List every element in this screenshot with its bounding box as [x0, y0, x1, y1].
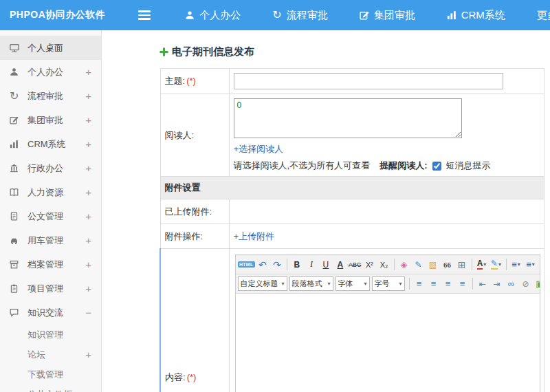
nav-workflow-approval[interactable]: ↻ 流程审批	[272, 9, 327, 22]
desktop-icon	[10, 43, 21, 53]
outdent-button[interactable]: ⇤	[476, 276, 490, 291]
sidebar-item-project-mgmt[interactable]: 项目管理 +	[0, 276, 101, 301]
sms-notify-label: 短消息提示	[446, 160, 490, 172]
sidebar-item-personal-office[interactable]: 个人办公 +	[0, 60, 101, 84]
blockquote-button[interactable]: 66	[441, 257, 454, 272]
main-content: 电子期刊信息发布 主题:(*) 阅读人: 0 +选择阅读人 请选择阅读人,不选为…	[102, 30, 550, 392]
unlink-button[interactable]: ⊘	[519, 276, 533, 291]
insert-link-button[interactable]: ∞	[505, 276, 518, 291]
sidebar-item-archive-mgmt[interactable]: 档案管理 +	[0, 252, 101, 276]
expand-icon[interactable]: +	[85, 114, 91, 126]
workflow-icon: ↻	[272, 10, 281, 21]
edit-icon	[360, 10, 369, 20]
select-readers-link[interactable]: +选择阅读人	[234, 144, 284, 154]
publish-form-table: 主题:(*) 阅读人: 0 +选择阅读人 请选择阅读人,不选为所有人可查看 提醒…	[160, 68, 544, 392]
top-header: PHPOA协同办公软件 个人办公 ↻ 流程审批 集团审批 CRM系统 更多应用	[0, 0, 550, 30]
sidebar-item-admin-office[interactable]: 行政办公 +	[0, 156, 101, 180]
heading-select[interactable]: 自定义标题▾	[238, 276, 287, 291]
sidebar-subitem-download-mgmt[interactable]: 下载管理	[0, 364, 101, 384]
unordered-list-button[interactable]: ≡▾	[509, 257, 523, 272]
archive-box-icon	[10, 260, 21, 269]
undo-button[interactable]: ↶	[256, 257, 270, 272]
align-center-button[interactable]: ≡	[427, 276, 441, 291]
expand-icon[interactable]: +	[85, 283, 91, 294]
collapse-icon[interactable]: −	[85, 307, 91, 318]
subject-input[interactable]	[234, 73, 503, 89]
editor-toolbar-row2: 自定义标题▾ 段落格式▾ 字体▾ 字号▾ ≡ ≡ ≡ ≡ ⇤ ⇥ ∞ ⊘	[236, 274, 540, 294]
content-label: 内容:(*)	[160, 249, 229, 392]
editor-content-area[interactable]	[236, 294, 540, 392]
attachment-operation-label: 附件操作:	[160, 224, 229, 249]
bold-button[interactable]: B	[290, 257, 304, 272]
align-left-button[interactable]: ≡	[412, 276, 426, 291]
font-color-button[interactable]: A▾	[475, 257, 489, 272]
superscript-button[interactable]: X²	[363, 257, 377, 272]
app-title: PHPOA协同办公软件	[10, 9, 105, 21]
nav-group-approval[interactable]: 集团审批	[360, 9, 415, 22]
sidebar-subitem-forum[interactable]: 论坛 +	[0, 345, 101, 364]
fill-color-button[interactable]: ▨	[426, 257, 440, 272]
expand-icon[interactable]: +	[85, 349, 91, 360]
nav-more-apps[interactable]: 更多应用 ▾	[537, 9, 550, 22]
person-icon	[10, 67, 21, 76]
sidebar-item-crm[interactable]: CRM系统 +	[0, 132, 101, 156]
readers-hint: 请选择阅读人,不选为所有人可查看	[234, 160, 371, 172]
html-source-button[interactable]: HTML	[238, 257, 255, 272]
bar-chart-icon	[10, 140, 21, 149]
insert-image-button[interactable]: ▣	[534, 276, 540, 291]
sidebar-item-knowledge-exchange[interactable]: 知识交流 −	[0, 301, 101, 325]
sidebar-item-hr[interactable]: 人力资源 +	[0, 180, 101, 204]
sidebar-item-group-approval[interactable]: 集团审批 +	[0, 108, 101, 132]
expand-icon[interactable]: +	[85, 162, 91, 174]
sms-notify-checkbox[interactable]	[432, 162, 441, 171]
strikethrough-button[interactable]: ABC	[348, 257, 362, 272]
nav-crm-system[interactable]: CRM系统	[447, 9, 505, 22]
italic-button[interactable]: I	[305, 257, 318, 272]
editor-toolbar-row1: HTML ↶ ↷ B I U A ABC X² X₂ ◈ ✎	[236, 255, 540, 274]
sidebar-item-document-mgmt[interactable]: 公文管理 +	[0, 204, 101, 228]
sidebar: 个人桌面 个人办公 + ↻ 流程审批 + 集团审批 + CRM系统 + 行政办公…	[0, 30, 102, 392]
expand-icon[interactable]: +	[85, 66, 91, 78]
subscript-button[interactable]: X₂	[377, 257, 391, 272]
ordered-list-button[interactable]: ≡▾	[524, 257, 538, 272]
sidebar-subitem-knowledge-mgmt[interactable]: 知识管理	[0, 325, 101, 345]
redo-button[interactable]: ↷	[270, 257, 284, 272]
uploaded-attachments-label: 已上传附件:	[160, 199, 229, 224]
indent-button[interactable]: ⇥	[490, 276, 504, 291]
paragraph-format-select[interactable]: 段落格式▾	[289, 276, 333, 291]
format-brush-button[interactable]: ✎	[412, 257, 426, 272]
bar-chart-icon	[447, 10, 456, 20]
nav-personal-office[interactable]: 个人办公	[185, 9, 241, 22]
expand-icon[interactable]: +	[85, 259, 91, 270]
readers-label: 阅读人:	[160, 94, 229, 177]
subject-label: 主题:(*)	[160, 69, 229, 94]
expand-icon[interactable]: +	[85, 90, 91, 102]
expand-icon[interactable]: +	[85, 186, 91, 198]
readers-textarea[interactable]: 0	[234, 98, 462, 138]
remove-format-button[interactable]: ◈	[397, 257, 411, 272]
person-icon	[185, 10, 195, 20]
sidebar-item-vehicle-mgmt[interactable]: 用车管理 +	[0, 228, 101, 252]
font-size-select[interactable]: 字号▾	[372, 276, 405, 291]
sidebar-item-personal-desktop[interactable]: 个人桌面	[0, 36, 101, 60]
sidebar-item-workflow-approval[interactable]: ↻ 流程审批 +	[0, 84, 101, 108]
chat-bubble-icon	[10, 308, 21, 317]
align-right-button[interactable]: ≡	[441, 276, 455, 291]
document-icon	[10, 212, 21, 221]
font-style-button[interactable]: A	[333, 257, 347, 272]
page-title: 电子期刊信息发布	[160, 45, 544, 58]
upload-attachment-link[interactable]: +上传附件	[234, 231, 275, 241]
expand-icon[interactable]: +	[85, 210, 91, 222]
workflow-icon: ↻	[10, 91, 21, 102]
underline-button[interactable]: U	[319, 257, 333, 272]
expand-icon[interactable]: +	[85, 138, 91, 150]
align-justify-button[interactable]: ≡	[456, 276, 470, 291]
font-family-select[interactable]: 字体▾	[336, 276, 370, 291]
uploaded-attachments-value	[229, 199, 544, 224]
hamburger-menu-icon[interactable]	[135, 8, 153, 23]
building-icon	[10, 164, 21, 173]
highlight-color-button[interactable]: ✎▾	[490, 257, 503, 272]
sidebar-subitem-public-file-cabinet[interactable]: 公共文件柜	[0, 384, 101, 392]
expand-icon[interactable]: +	[85, 235, 91, 246]
insert-table-button[interactable]: ⊞	[455, 257, 469, 272]
